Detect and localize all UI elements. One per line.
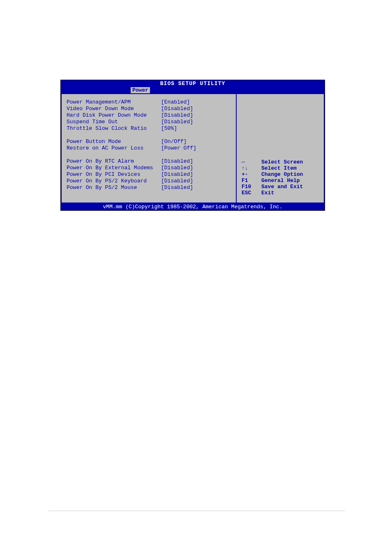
tab-bar: Power <box>61 87 325 93</box>
setting-power-on-by-ps2-mouse[interactable]: Power On By PS/2 Mouse [Disabled] <box>67 184 233 191</box>
setting-value[interactable]: [Disabled] <box>161 184 193 191</box>
setting-label: Video Power Down Mode <box>67 106 161 112</box>
setting-value[interactable]: [Disabled] <box>161 106 193 112</box>
help-select-screen: ↔ Select Screen <box>242 159 303 165</box>
help-save-and-exit: F10 Save and Exit <box>242 184 303 190</box>
setting-value[interactable]: [Disabled] <box>161 171 193 178</box>
content-area: Power Management/APM [Enabled] Video Pow… <box>61 93 325 203</box>
setting-label: Power On By RTC Alarm <box>67 158 161 165</box>
setting-throttle-slow-clock-ratio[interactable]: Throttle Slow Clock Ratio [50%] <box>67 125 233 132</box>
setting-restore-on-ac-power-loss[interactable]: Restore on AC Power Loss [Power Off] <box>67 145 233 152</box>
setting-value[interactable]: [Disabled] <box>161 158 193 165</box>
setting-label: Hard Disk Power Down Mode <box>67 112 161 119</box>
setting-value[interactable]: [50%] <box>161 125 177 132</box>
setting-label: Power On By PCI Devices <box>67 171 161 178</box>
spacer <box>67 152 233 158</box>
spacer <box>67 132 233 138</box>
setting-label: Throttle Slow Clock Ratio <box>67 125 161 132</box>
setting-value[interactable]: [On/Off] <box>161 138 187 145</box>
setting-label: Power Button Mode <box>67 138 161 145</box>
help-key-up-down-icon: ↑↓ <box>242 165 261 171</box>
setting-value[interactable]: [Disabled] <box>161 119 193 125</box>
setting-hard-disk-power-down-mode[interactable]: Hard Disk Power Down Mode [Disabled] <box>67 112 233 119</box>
setting-label: Power On By PS/2 Keyboard <box>67 178 161 184</box>
setting-label: Power Management/APM <box>67 99 161 106</box>
help-key-esc: ESC <box>242 190 261 196</box>
help-desc: Save and Exit <box>261 184 303 190</box>
help-key-left-right-icon: ↔ <box>242 159 261 165</box>
setting-suspend-time-out[interactable]: Suspend Time Out [Disabled] <box>67 119 233 125</box>
help-select-item: ↑↓ Select Item <box>242 165 303 171</box>
help-key-f1: F1 <box>242 177 261 184</box>
setting-label: Suspend Time Out <box>67 119 161 125</box>
setting-power-on-by-rtc-alarm[interactable]: Power On By RTC Alarm [Disabled] <box>67 158 233 165</box>
help-desc: Select Screen <box>261 159 303 165</box>
setting-label: Power On By External Modems <box>67 165 161 171</box>
help-exit: ESC Exit <box>242 190 303 196</box>
help-change-option: +- Change Option <box>242 171 303 177</box>
setting-value[interactable]: [Power Off] <box>161 145 196 152</box>
setting-value[interactable]: [Disabled] <box>161 178 193 184</box>
help-key-f10: F10 <box>242 184 261 190</box>
setting-value[interactable]: [Enabled] <box>161 99 190 106</box>
setting-power-management-apm[interactable]: Power Management/APM [Enabled] <box>67 99 233 106</box>
bios-window: BIOS SETUP UTILITY Power Power Managemen… <box>60 80 325 211</box>
help-desc: Change Option <box>261 171 303 177</box>
setting-power-button-mode[interactable]: Power Button Mode [On/Off] <box>67 138 233 145</box>
setting-power-on-by-ps2-keyboard[interactable]: Power On By PS/2 Keyboard [Disabled] <box>67 178 233 184</box>
help-key-plus-minus: +- <box>242 171 261 177</box>
help-panel: ↔ Select Screen ↑↓ Select Item +- Change… <box>236 93 325 203</box>
page-divider <box>48 511 345 511</box>
tab-power[interactable]: Power <box>131 87 150 93</box>
title-bar: BIOS SETUP UTILITY <box>61 80 325 87</box>
setting-video-power-down-mode[interactable]: Video Power Down Mode [Disabled] <box>67 106 233 112</box>
setting-value[interactable]: [Disabled] <box>161 112 193 119</box>
help-general-help: F1 General Help <box>242 177 303 184</box>
help-desc: Select Item <box>261 165 297 171</box>
help-block: ↔ Select Screen ↑↓ Select Item +- Change… <box>242 159 303 196</box>
setting-label: Restore on AC Power Loss <box>67 145 161 152</box>
settings-panel: Power Management/APM [Enabled] Video Pow… <box>61 93 236 203</box>
setting-power-on-by-pci-devices[interactable]: Power On By PCI Devices [Disabled] <box>67 171 233 178</box>
setting-label: Power On By PS/2 Mouse <box>67 184 161 191</box>
setting-value[interactable]: [Disabled] <box>161 165 193 171</box>
setting-power-on-by-external-modems[interactable]: Power On By External Modems [Disabled] <box>67 165 233 171</box>
copyright-footer: vMM.mm (C)Copyright 1985-2002, American … <box>61 203 325 210</box>
help-desc: Exit <box>261 190 274 196</box>
help-desc: General Help <box>261 177 300 184</box>
